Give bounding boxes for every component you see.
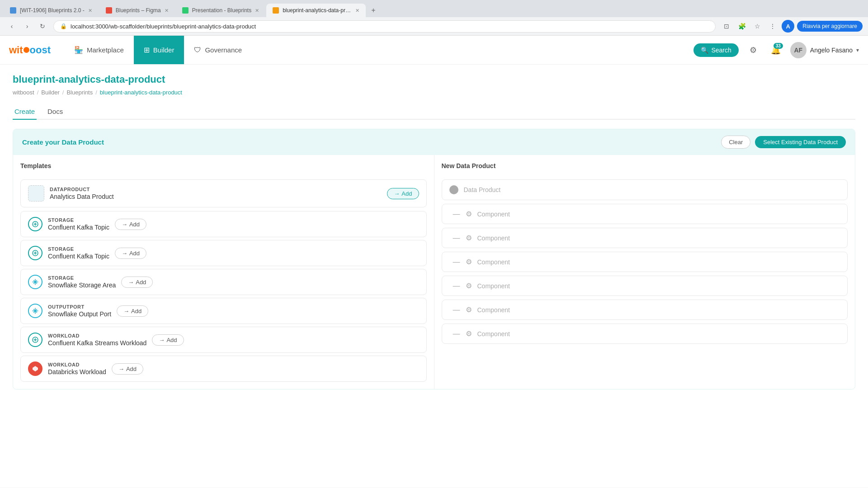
logo[interactable]: witoost	[9, 44, 51, 56]
tab-create[interactable]: Create	[13, 104, 37, 120]
extensions-button[interactable]: 🧩	[736, 20, 748, 33]
nav-item-governance[interactable]: 🛡 Governance	[184, 36, 252, 64]
add-button-2[interactable]: → Add	[121, 277, 153, 288]
notifications-button[interactable]: 🔔 33	[768, 42, 784, 58]
arrow-icon-1: →	[122, 250, 127, 257]
bookmark-button[interactable]: ☆	[751, 20, 764, 33]
dp-label-1: Component	[477, 211, 510, 218]
page-title: blueprint-analytics-data-product	[13, 74, 855, 85]
tab-favicon-2	[106, 7, 112, 14]
tab-close-1[interactable]: ✕	[88, 8, 92, 14]
tab-title-3: Presentation - Blueprints	[192, 7, 251, 14]
arrow-icon-3: →	[123, 308, 129, 314]
search-label: Search	[711, 47, 731, 54]
dp-arrow-4: —	[453, 282, 460, 290]
snowflake-icon-2	[28, 275, 42, 289]
template-row-2: STORAGE Snowflake Storage Area → Add	[20, 269, 427, 295]
tab-4[interactable]: blueprint-analytics-data-pro... ✕	[266, 4, 366, 17]
menu-button[interactable]: ⋮	[766, 20, 779, 33]
template-header-row: DATAPRODUCT Analytics Data Product → Add	[20, 179, 427, 207]
user-button[interactable]: AF Angelo Fasano ▾	[790, 42, 859, 58]
nav-right: 🔍 Search ⚙ 🔔 33 AF Angelo Fasano ▾	[693, 42, 859, 58]
template-info-2: STORAGE Snowflake Storage Area	[48, 275, 116, 289]
template-row-0: STORAGE Confluent Kafka Topic → Add	[20, 211, 427, 237]
breadcrumb-sep-2: /	[62, 89, 64, 96]
breadcrumb-blueprints[interactable]: Blueprints	[66, 89, 93, 96]
tab-close-4[interactable]: ✕	[355, 8, 359, 14]
nav-label-marketplace: Marketplace	[87, 46, 124, 54]
dp-item-1: — ⚙ Component	[442, 204, 848, 224]
nav-item-marketplace[interactable]: 🏪 Marketplace	[64, 36, 134, 64]
add-button-3[interactable]: → Add	[117, 305, 148, 317]
add-button-5[interactable]: → Add	[112, 363, 143, 375]
add-button-4[interactable]: → Add	[152, 334, 184, 346]
nav-buttons: ‹ › ↻	[5, 20, 49, 33]
breadcrumb-builder[interactable]: Builder	[41, 89, 59, 96]
dp-item-3: — ⚙ Component	[442, 252, 848, 272]
template-name-3: Snowflake Output Port	[48, 310, 111, 318]
tab-1[interactable]: [WIT-1906] Blueprints 2.0 - ✕	[4, 4, 99, 17]
page-tabs: Create Docs	[13, 104, 855, 120]
arrow-right-icon: →	[394, 190, 400, 197]
new-dp-panel: New Data Product Data Product — ⚙ Compon…	[434, 155, 855, 389]
new-tab-button[interactable]: +	[367, 4, 380, 17]
tab-docs[interactable]: Docs	[46, 104, 65, 120]
dp-circle-main	[449, 185, 458, 194]
breadcrumb-witboost[interactable]: witboost	[13, 89, 34, 96]
tab-close-2[interactable]: ✕	[165, 8, 169, 14]
dp-item-5: — ⚙ Component	[442, 300, 848, 320]
template-name-5: Databricks Workload	[48, 368, 106, 375]
gear-icon-4: ⚙	[466, 282, 472, 290]
templates-title: Templates	[20, 162, 427, 173]
cast-button[interactable]: ⊡	[720, 20, 733, 33]
clear-button[interactable]: Clear	[721, 136, 750, 149]
card-header-title: Create your Data Product	[22, 138, 104, 146]
snowflake-icon-3	[28, 304, 42, 318]
template-type-2: STORAGE	[48, 275, 116, 281]
arrow-icon-0: →	[122, 221, 127, 228]
browser-profile-button[interactable]: A	[782, 20, 794, 33]
template-row-1: STORAGE Confluent Kafka Topic → Add	[20, 240, 427, 266]
template-type-4: WORKLOAD	[48, 333, 146, 338]
template-type-1: STORAGE	[48, 246, 109, 252]
search-button[interactable]: 🔍 Search	[693, 43, 738, 57]
back-button[interactable]: ‹	[5, 20, 18, 33]
url-bar[interactable]: 🔒 localhost:3000/wb-scaffolder/blueprint…	[53, 20, 716, 33]
dp-label-4: Component	[477, 282, 510, 290]
url-text: localhost:3000/wb-scaffolder/blueprints/…	[71, 23, 256, 30]
kafka-icon-1	[28, 246, 42, 260]
dp-arrow-1: —	[453, 210, 460, 218]
gear-icon-2: ⚙	[466, 234, 472, 242]
address-bar: ‹ › ↻ 🔒 localhost:3000/wb-scaffolder/blu…	[0, 17, 868, 35]
dp-arrow-2: —	[453, 234, 460, 242]
template-name-0: Confluent Kafka Topic	[48, 224, 109, 231]
template-info-4: WORKLOAD Confluent Kafka Streams Workloa…	[48, 333, 146, 347]
tab-close-3[interactable]: ✕	[255, 8, 259, 14]
user-name: Angelo Fasano	[810, 47, 853, 54]
template-name-2: Snowflake Storage Area	[48, 282, 116, 289]
update-button[interactable]: Riavvia per aggiornare	[797, 21, 863, 32]
tab-3[interactable]: Presentation - Blueprints ✕	[176, 4, 265, 17]
page-content: blueprint-analytics-data-product witboos…	[0, 65, 868, 399]
tab-title-2: Blueprints – Figma	[116, 7, 161, 14]
governance-icon: 🛡	[194, 46, 201, 54]
template-row-4: WORKLOAD Confluent Kafka Streams Workloa…	[20, 327, 427, 353]
settings-button[interactable]: ⚙	[745, 42, 761, 58]
browser-chrome: [WIT-1906] Blueprints 2.0 - ✕ Blueprints…	[0, 0, 868, 36]
forward-button[interactable]: ›	[21, 20, 33, 33]
add-button-1[interactable]: → Add	[115, 248, 146, 259]
dp-label-6: Component	[477, 330, 510, 338]
select-existing-button[interactable]: Select Existing Data Product	[755, 136, 846, 148]
dp-item-2: — ⚙ Component	[442, 228, 848, 248]
reload-button[interactable]: ↻	[36, 20, 49, 33]
add-button-0[interactable]: → Add	[115, 219, 146, 230]
databricks-icon-5	[28, 361, 42, 376]
add-button-main[interactable]: → Add	[387, 188, 419, 199]
gear-icon-6: ⚙	[466, 329, 472, 338]
gear-icon-5: ⚙	[466, 305, 472, 314]
nav-item-builder[interactable]: ⊞ Builder	[134, 36, 184, 64]
template-name-1: Confluent Kafka Topic	[48, 253, 109, 260]
dp-arrow-5: —	[453, 306, 460, 314]
tab-2[interactable]: Blueprints – Figma ✕	[99, 4, 175, 17]
template-info-1: STORAGE Confluent Kafka Topic	[48, 246, 109, 260]
